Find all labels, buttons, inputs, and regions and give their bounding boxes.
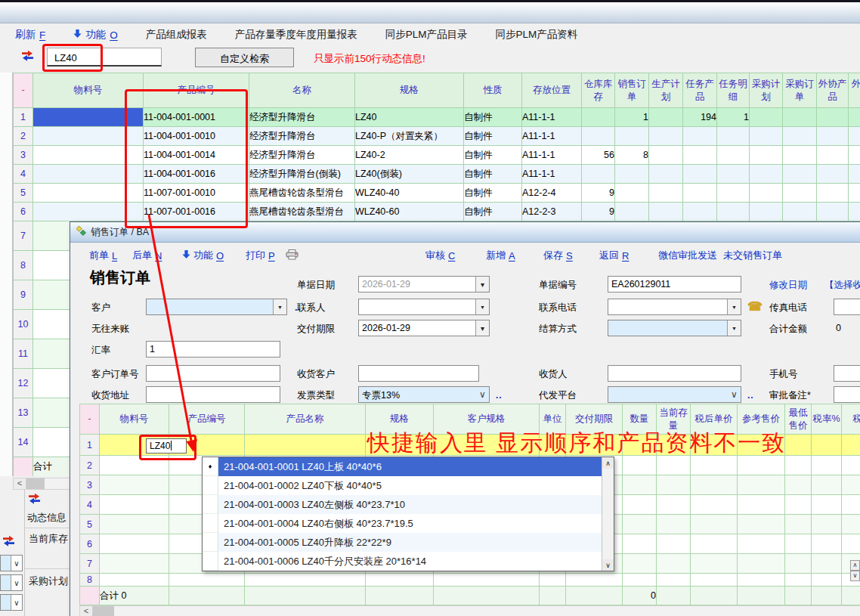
cell[interactable] xyxy=(683,184,717,203)
column-header-税率%[interactable]: 税率% xyxy=(812,404,842,435)
cell[interactable] xyxy=(623,554,657,574)
cell[interactable] xyxy=(817,184,849,203)
suggest-item[interactable]: 21-004-001-0006 LZ40千分尺安装座 20*16*14 xyxy=(203,552,602,571)
cell[interactable] xyxy=(657,515,691,534)
cell[interactable]: 5 xyxy=(14,184,33,203)
menu-item-产品组成报表[interactable]: 产品组成报表 xyxy=(146,28,207,42)
cell[interactable] xyxy=(366,574,434,587)
cell[interactable] xyxy=(169,574,245,587)
dialog-hscrollbar[interactable]: < xyxy=(79,605,860,616)
cell[interactable]: LZ40-P（对置夹紧） xyxy=(355,127,464,146)
cell[interactable] xyxy=(691,574,738,587)
mini-dropdown[interactable]: ∨ xyxy=(0,555,23,571)
cell[interactable] xyxy=(738,495,785,515)
cell[interactable] xyxy=(33,165,144,184)
product-code-editor[interactable]: LZ40 xyxy=(146,438,187,453)
cell[interactable] xyxy=(657,456,691,475)
cell[interactable] xyxy=(750,184,783,203)
mobile-field[interactable] xyxy=(834,365,860,382)
grid-row[interactable]: 1 xyxy=(80,435,860,456)
menu-item-产品存量季度年度用量报表[interactable]: 产品存量季度年度用量报表 xyxy=(235,28,357,42)
column-header-采购订单[interactable]: 采购订单 xyxy=(783,73,817,108)
cell[interactable] xyxy=(783,203,817,221)
cell[interactable] xyxy=(738,515,785,534)
chevron-down-icon[interactable]: ∨ xyxy=(728,387,741,402)
swap-icon[interactable] xyxy=(28,493,41,505)
cell[interactable]: 自制件 xyxy=(464,203,522,221)
menu-item-同步PLM产品资料[interactable]: 同步PLM产品资料 xyxy=(496,28,578,42)
chevron-down-icon[interactable]: ∨ xyxy=(11,595,22,610)
sidebar-item-purchase-plan[interactable]: 采购计划 xyxy=(29,574,68,588)
cell[interactable]: 11-007-001-0016 xyxy=(144,203,249,221)
cell[interactable] xyxy=(582,165,615,184)
cell[interactable] xyxy=(566,435,623,456)
cell[interactable]: LZ40(倒装) xyxy=(355,165,464,184)
suggest-item[interactable]: 21-004-001-0002 LZ40下板 40*40*5 xyxy=(203,476,602,495)
cell[interactable]: 4 xyxy=(14,165,33,184)
cell[interactable] xyxy=(785,435,812,456)
column-header-规格[interactable]: 规格 xyxy=(355,73,464,108)
cell[interactable] xyxy=(100,456,169,475)
cell[interactable]: 8 xyxy=(80,574,100,587)
cell[interactable]: 1 xyxy=(717,108,750,127)
table-row[interactable]: 111-004-001-0001经济型升降滑台LZ40自制件A11-1-1119… xyxy=(14,108,860,127)
cell[interactable] xyxy=(683,127,717,146)
cell[interactable] xyxy=(717,184,750,203)
column-header-存放位置[interactable]: 存放位置 xyxy=(522,73,582,108)
swap-icon[interactable] xyxy=(2,535,15,547)
cell[interactable] xyxy=(683,165,717,184)
cell[interactable] xyxy=(691,495,738,515)
cell[interactable] xyxy=(691,475,738,495)
table-row[interactable]: 611-007-001-0016燕尾槽齿轮齿条型滑台WLZ40-60自制件A12… xyxy=(14,203,860,221)
cell[interactable] xyxy=(738,456,785,475)
cell[interactable]: 自制件 xyxy=(464,108,522,127)
cell[interactable] xyxy=(657,435,691,456)
calendar-dropdown-icon[interactable]: ▾ xyxy=(475,320,489,336)
scroll-up-icon[interactable]: ∧ xyxy=(602,457,614,469)
cell[interactable] xyxy=(623,495,657,515)
cell[interactable] xyxy=(540,435,566,456)
cell[interactable]: WLZ40-40 xyxy=(355,184,464,203)
rate-field[interactable]: 1 xyxy=(146,341,280,358)
cell[interactable]: 燕尾槽齿轮齿条型滑台 xyxy=(249,184,355,203)
fax-field[interactable] xyxy=(834,299,860,315)
cell[interactable] xyxy=(817,127,849,146)
cell[interactable] xyxy=(817,146,849,165)
cell[interactable] xyxy=(812,475,842,495)
cell[interactable] xyxy=(738,554,785,574)
cell[interactable] xyxy=(783,127,817,146)
cell[interactable] xyxy=(691,456,738,475)
printer-icon[interactable] xyxy=(286,249,299,262)
cell[interactable]: 自制件 xyxy=(464,165,522,184)
cell[interactable]: 3 xyxy=(14,146,33,165)
cell[interactable]: 3 xyxy=(80,475,100,495)
scroll-down-icon[interactable]: ∨ xyxy=(602,559,614,571)
chevron-down-icon[interactable]: ▼ xyxy=(475,299,489,314)
cell[interactable] xyxy=(785,554,812,574)
cell[interactable] xyxy=(691,534,738,554)
column-header-税后金额[interactable]: 税后金额 xyxy=(842,404,860,435)
cell[interactable] xyxy=(33,146,144,165)
cell[interactable] xyxy=(738,534,785,554)
cell[interactable] xyxy=(100,515,169,534)
cell[interactable] xyxy=(849,203,860,221)
invoice-lookup-dots[interactable]: .. xyxy=(496,390,503,401)
cell[interactable] xyxy=(783,108,817,127)
cell[interactable] xyxy=(817,108,849,127)
customer-combo[interactable]: ▼ xyxy=(146,299,287,315)
cell[interactable] xyxy=(812,515,842,534)
cell[interactable]: 燕尾槽齿轮齿条型滑台 xyxy=(249,203,355,221)
cell[interactable]: 经济型升降滑台 xyxy=(249,146,355,165)
cell[interactable] xyxy=(785,456,812,475)
cell[interactable] xyxy=(812,554,842,574)
cell[interactable] xyxy=(842,515,860,534)
cell[interactable] xyxy=(100,534,169,554)
chevron-down-icon[interactable]: ∨ xyxy=(11,575,22,590)
cell[interactable]: A11-1-1 xyxy=(522,146,582,165)
cell[interactable] xyxy=(657,534,691,554)
sidebar-item-current-stock[interactable]: 当前库存 xyxy=(29,532,68,546)
column-header-物料号[interactable]: 物料号 xyxy=(100,404,169,435)
dialog-toolbar-打印[interactable]: 打印P xyxy=(246,249,299,262)
dialog-toolbar-前单[interactable]: 前单L xyxy=(89,249,117,262)
platform-combo[interactable]: ∨ xyxy=(608,386,741,403)
